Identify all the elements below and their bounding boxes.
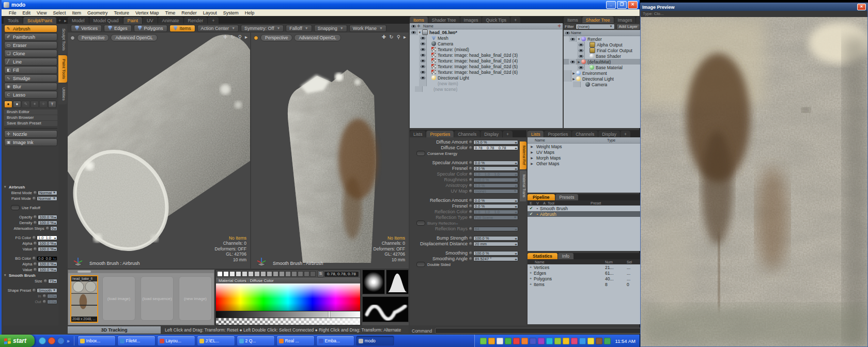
mini-slider-icon[interactable]: ◂▸ [515,184,517,187]
property-field[interactable]: 15.0 %◂▸▼ [473,140,518,145]
pipeline-row[interactable]: ✔•Airbrush [528,211,641,217]
tool-item[interactable]: ◧Fill [4,66,57,74]
add-layout-tab[interactable]: + [57,18,63,24]
tray-icon[interactable] [521,338,528,344]
tray-icon[interactable] [563,338,569,344]
viewport-indicator-icon[interactable] [70,36,75,40]
layout-tab[interactable]: Tools [4,17,23,24]
close-button[interactable]: ✕ [628,1,638,9]
channel-port-icon[interactable] [43,294,46,297]
property-field[interactable]: Conserve Energy◂▸▼ [415,151,460,156]
property-field[interactable]: 73◂▸▼ [48,279,57,283]
tree-row[interactable]: Camera [564,82,641,87]
tree-row[interactable]: Alpha Output [564,42,641,48]
channel-port-icon[interactable] [33,236,36,239]
property-field[interactable]: 0.0 %◂▸▼ [473,204,518,209]
command-input[interactable] [435,328,641,334]
color-swatch[interactable] [273,271,278,277]
menu-item[interactable]: Geometry [84,10,111,15]
list-row[interactable]: ▶UV Maps [528,149,641,155]
channel-port-icon[interactable] [44,279,47,282]
panel-tab[interactable]: + [621,131,630,137]
property-field[interactable]: 100.0 %◂▸▼ [38,267,57,272]
viewport-mode-pill[interactable]: Advanced OpenGL [294,34,340,41]
tool-item[interactable]: ⊂Lasso [4,91,57,99]
mini-slider-icon[interactable]: ◂▸ [515,251,517,255]
quick-launch-icon[interactable] [39,337,46,344]
property-field[interactable]: 100.0 %◂▸▼ [38,247,57,251]
tree-row[interactable]: Directional Light [410,75,563,81]
taskbar-task-button[interactable]: FileM... [117,336,156,346]
property-field[interactable]: Full Scene◂▸▼ [473,215,518,220]
panel-tab[interactable]: Lists [410,131,426,137]
menu-item[interactable]: Select [50,10,69,15]
color-swatch[interactable] [242,271,247,277]
property-field[interactable]: 1.0 1.0 1.0◂▸▼ [473,172,518,177]
filter-dropdown[interactable]: (none)▼ [576,24,615,29]
tree-row[interactable]: ▶Directional Light [564,76,641,82]
taskbar-task-button[interactable]: Inbox... [78,336,116,346]
layout-tab[interactable]: Sculpt/Paint [23,17,56,24]
channel-port-icon[interactable] [469,210,472,213]
material-subtab[interactable]: Material Ref [520,141,526,169]
channel-port-icon[interactable] [469,172,472,176]
expand-arrow[interactable]: ▼ [417,31,422,34]
expand-arrow[interactable]: ▼ [577,38,581,41]
panel-tab[interactable]: Lists [528,131,544,137]
mini-slider-icon[interactable]: ◂▸ [54,242,56,245]
tree-row[interactable]: Texture: Image: head_bake_final_02d (5) [410,64,563,69]
property-field[interactable]: 20 mm◂▸▼ [473,242,518,246]
clips-scrollbar[interactable] [68,270,214,273]
panel-tab[interactable]: Channels [454,131,480,137]
property-field[interactable]: 1.0 1.0 1.0◂▸▼ [37,235,57,240]
brush-tip-button[interactable]: ● [13,101,21,108]
channel-port-icon[interactable] [469,190,472,193]
tray-icon[interactable] [571,338,578,344]
list-row[interactable]: ▶Other Maps [528,161,641,166]
color-swatch[interactable] [279,271,285,277]
panel-tab[interactable]: Properties [426,131,454,137]
statistics-row[interactable]: +Items80 [528,281,641,287]
channel-port-icon[interactable] [469,140,472,144]
taskbar-task-button[interactable]: Real ... [276,336,315,346]
quick-launch-icon[interactable] [57,337,65,344]
channel-port-icon[interactable] [33,257,36,260]
brush-link[interactable]: Save Brush Preset [4,121,57,126]
zoom-icon[interactable]: ⚲ [397,34,400,40]
property-field[interactable]: 100.0 %◂▸▼ [38,262,57,266]
panel-tab[interactable]: Properties [544,131,571,137]
property-field[interactable]: 0.0 0.0 0.0◂▸▼ [37,256,57,261]
layout-tab[interactable]: + [208,17,219,24]
expand-plus-icon[interactable]: + [528,271,534,275]
tool-category-tab[interactable]: Sculpt Tools [58,25,67,54]
tool-item[interactable]: ╱Line [4,58,57,66]
channel-port-icon[interactable] [33,289,36,292]
tray-icon[interactable] [596,338,602,344]
preview-toolbar[interactable]: Type: Clo... [641,11,867,17]
tool-category-tab[interactable]: Paint Tools [58,55,67,83]
tool-item[interactable]: ◉Blur [4,83,57,90]
tray-icon[interactable] [538,338,545,344]
tray-icon[interactable] [604,338,611,344]
tree-row[interactable]: Texture: Image: head_bake_final_02d (4) [410,58,563,64]
tree-row[interactable]: (new scene) [410,86,563,92]
enabled-check-icon[interactable]: ✔ [528,212,535,216]
panel-tab[interactable]: Quick Tips [482,17,510,23]
channel-port-icon[interactable] [469,199,472,202]
mini-slider-icon[interactable]: ◂▸ [515,146,517,150]
layout-tab[interactable]: Model [68,17,89,24]
list-row[interactable]: ▶Morph Maps [528,155,641,161]
pan-icon[interactable]: ✚ [382,34,386,40]
title-bar[interactable]: modo _ ❐ ✕ [2,0,640,9]
tab-pipeline[interactable]: Pipeline [528,194,555,200]
tray-icon[interactable] [587,338,594,344]
mini-slider-icon[interactable]: ◂▸ [54,236,56,240]
mini-slider-icon[interactable]: ◂▸ [515,257,517,261]
channel-port-icon[interactable] [34,191,37,194]
panel-tab[interactable]: Display [598,131,620,137]
color-swatch[interactable] [248,271,254,277]
panel-tab[interactable]: Channels [572,131,598,137]
selection-mode-button[interactable]: Polygons [134,25,167,32]
statistics-row[interactable]: +Edges61...... [528,270,641,276]
tool-item[interactable]: ✢Nozzle [4,130,57,138]
